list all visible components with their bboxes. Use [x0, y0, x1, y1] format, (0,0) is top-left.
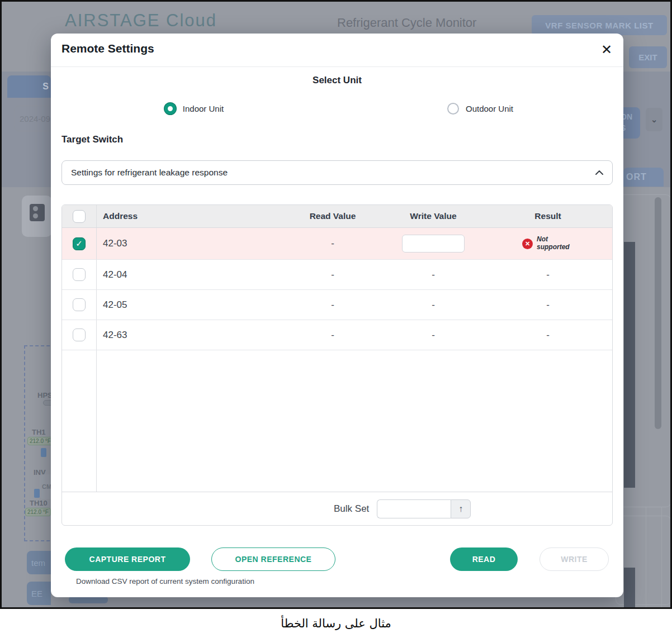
indoor-unit-label: Indoor Unit — [183, 104, 224, 113]
cm-box: CM — [40, 474, 52, 499]
result-cell: - — [484, 299, 612, 311]
result-header: Result — [484, 211, 612, 221]
background-dropdown-toggle[interactable]: ⌄ — [646, 108, 662, 131]
eev-button-partial[interactable]: EE — [27, 582, 51, 605]
select-unit-heading: Select Unit — [51, 75, 623, 86]
address-header: Address — [97, 211, 282, 221]
outdoor-unit-label: Outdoor Unit — [466, 104, 513, 113]
table-empty-area — [62, 350, 612, 492]
read-value-cell: - — [282, 269, 383, 280]
capture-report-button[interactable]: CAPTURE REPORT — [65, 547, 190, 571]
row-checkbox[interactable] — [73, 268, 86, 281]
read-value-cell: - — [282, 330, 383, 341]
address-cell: 42-05 — [97, 299, 282, 311]
result-cell: - — [484, 269, 612, 280]
arrow-up-icon: ↑ — [458, 504, 463, 514]
th1-label: TH1 — [32, 428, 46, 436]
address-cell: 42-04 — [97, 269, 282, 280]
read-value-cell: - — [282, 238, 383, 249]
write-button[interactable]: WRITE — [540, 547, 609, 571]
table-row: 42-63 - - - — [62, 320, 612, 350]
chevron-down-icon: ⌄ — [651, 115, 657, 124]
result-cell: - — [484, 330, 612, 341]
th10-label: TH10 — [30, 499, 48, 507]
table-row: ✓ 42-03 - ✕ Notsupported — [62, 228, 612, 260]
page-title: Refrigerant Cycle Monitor — [337, 16, 476, 30]
result-status-text: Notsupported — [537, 236, 574, 251]
sensor-icon — [41, 448, 46, 457]
vrf-sensor-mark-list-button[interactable]: VRF SENSOR MARK LIST — [532, 15, 667, 35]
outdoor-unit-radio[interactable] — [447, 103, 459, 115]
bulk-apply-button[interactable]: ↑ — [451, 499, 471, 518]
write-value-cell: - — [383, 330, 484, 341]
app-screenshot: AIRSTAGE Cloud Refrigerant Cycle Monitor… — [0, 0, 672, 609]
table-row: 42-05 - - - — [62, 290, 612, 320]
sensor-icon — [34, 489, 40, 498]
unit-icon — [30, 204, 45, 221]
chevron-up-icon — [595, 170, 603, 175]
write-value-cell: - — [383, 299, 484, 311]
exit-button[interactable]: EXIT — [629, 46, 667, 68]
write-value-cell: - — [383, 269, 484, 280]
dialog-title: Remote Settings — [61, 42, 154, 55]
unit-radio-group: Indoor Unit Outdoor Unit — [51, 101, 623, 116]
target-switch-value: Settings for refrigerant leakage respons… — [71, 168, 228, 178]
background-line — [646, 507, 646, 608]
indoor-unit-radio[interactable] — [164, 103, 176, 115]
dialog-header: Remote Settings ✕ — [51, 34, 623, 67]
table-row: 42-04 - - - — [62, 260, 612, 290]
write-value-header: Write Value — [383, 211, 484, 221]
target-switch-select[interactable]: Settings for refrigerant leakage respons… — [61, 160, 613, 185]
indoor-unit-card — [22, 196, 52, 237]
row-checkbox[interactable] — [73, 328, 86, 341]
write-value-input[interactable] — [402, 235, 465, 253]
arabic-caption: مثال على رسالة الخطأ — [281, 617, 391, 630]
th10-value-badge: 212.0 °F — [25, 508, 51, 516]
error-icon: ✕ — [522, 239, 533, 249]
switch-table: Address Read Value Write Value Result ✓ … — [61, 204, 613, 526]
read-button[interactable]: READ — [450, 547, 518, 571]
dialog-actions: CAPTURE REPORT OPEN REFERENCE READ WRITE — [65, 547, 609, 571]
address-cell: 42-63 — [97, 330, 282, 341]
temp-button-partial[interactable]: tem — [27, 551, 51, 574]
airstage-cloud-logo: AIRSTAGE Cloud — [65, 11, 217, 31]
bulk-set-input[interactable] — [377, 499, 451, 518]
background-tab-partial[interactable]: S — [7, 75, 51, 98]
target-switch-heading: Target Switch — [61, 134, 123, 145]
export-button-partial[interactable]: ORT — [623, 168, 664, 187]
row-checkbox-checked[interactable]: ✓ — [73, 237, 86, 250]
th1-value-badge: 212.0 °F — [27, 437, 53, 445]
background-dark-bar — [624, 568, 635, 609]
read-value-header: Read Value — [282, 211, 383, 221]
cm-label: CM — [42, 483, 51, 490]
open-reference-button[interactable]: OPEN REFERENCE — [211, 547, 335, 571]
remote-settings-dialog: Remote Settings ✕ Select Unit Indoor Uni… — [51, 34, 623, 597]
hps-label: HPS — [37, 391, 53, 399]
select-all-checkbox[interactable] — [73, 210, 86, 223]
row-checkbox[interactable] — [73, 298, 86, 311]
address-cell: 42-03 — [97, 238, 282, 249]
bulk-set-label: Bulk Set — [334, 503, 369, 515]
read-value-cell: - — [282, 299, 383, 311]
close-icon[interactable]: ✕ — [601, 41, 612, 58]
scrollbar-thumb[interactable] — [655, 197, 661, 429]
screenshot-caption-band: مثال على رسالة الخطأ — [0, 609, 672, 638]
indoor-unit-option[interactable]: Indoor Unit — [51, 101, 337, 116]
outdoor-unit-option[interactable]: Outdoor Unit — [337, 101, 623, 116]
table-header-row: Address Read Value Write Value Result — [62, 205, 612, 228]
capture-report-hint: Download CSV report of current system co… — [76, 577, 254, 585]
background-dark-bar — [624, 242, 635, 488]
bulk-set-row: Bulk Set ↑ — [62, 492, 612, 525]
background-line — [661, 507, 662, 608]
